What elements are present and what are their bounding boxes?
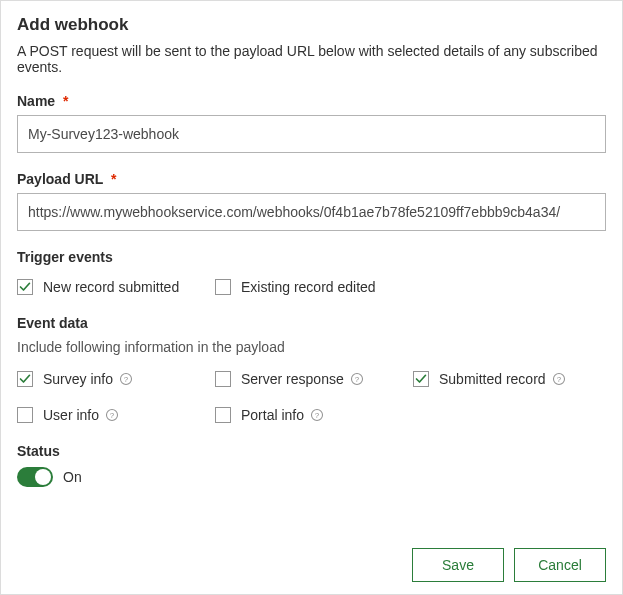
svg-text:?: ? xyxy=(556,375,561,384)
checkbox-label: Survey info xyxy=(43,371,113,387)
checkbox-portal-info[interactable]: Portal info ? xyxy=(215,401,413,429)
checkbox-server-response[interactable]: Server response ? xyxy=(215,365,413,393)
svg-text:?: ? xyxy=(355,375,360,384)
name-label: Name * xyxy=(17,93,606,109)
help-icon[interactable]: ? xyxy=(552,372,566,386)
checkbox-icon xyxy=(17,407,33,423)
payload-url-label-text: Payload URL xyxy=(17,171,103,187)
checkbox-icon xyxy=(215,407,231,423)
page-title: Add webhook xyxy=(17,15,606,35)
help-icon[interactable]: ? xyxy=(119,372,133,386)
trigger-events-label: Trigger events xyxy=(17,249,606,265)
status-toggle[interactable] xyxy=(17,467,53,487)
payload-url-label: Payload URL * xyxy=(17,171,606,187)
svg-text:?: ? xyxy=(315,411,320,420)
checkbox-submitted-record[interactable]: Submitted record ? xyxy=(413,365,611,393)
checkbox-label: New record submitted xyxy=(43,279,179,295)
checkbox-label: Submitted record xyxy=(439,371,546,387)
checkbox-existing-record-edited[interactable]: Existing record edited xyxy=(215,273,413,301)
status-toggle-row: On xyxy=(17,467,606,487)
page-description: A POST request will be sent to the paylo… xyxy=(17,43,606,75)
help-icon[interactable]: ? xyxy=(310,408,324,422)
required-marker: * xyxy=(63,93,68,109)
cancel-button[interactable]: Cancel xyxy=(514,548,606,582)
checkbox-icon xyxy=(215,279,231,295)
help-icon[interactable]: ? xyxy=(105,408,119,422)
checkbox-label: Existing record edited xyxy=(241,279,376,295)
name-label-text: Name xyxy=(17,93,55,109)
status-value: On xyxy=(63,469,82,485)
status-label: Status xyxy=(17,443,606,459)
footer-buttons: Save Cancel xyxy=(412,548,606,582)
checkbox-label: Server response xyxy=(241,371,344,387)
event-data-row-1: Survey info ? Server response ? Submitte… xyxy=(17,365,606,393)
help-icon[interactable]: ? xyxy=(350,372,364,386)
checkbox-user-info[interactable]: User info ? xyxy=(17,401,215,429)
checkbox-icon xyxy=(17,279,33,295)
checkbox-icon xyxy=(413,371,429,387)
checkbox-label: User info xyxy=(43,407,99,423)
toggle-knob xyxy=(35,469,51,485)
event-data-label: Event data xyxy=(17,315,606,331)
svg-text:?: ? xyxy=(124,375,129,384)
checkbox-label: Portal info xyxy=(241,407,304,423)
svg-text:?: ? xyxy=(110,411,115,420)
add-webhook-panel: Add webhook A POST request will be sent … xyxy=(0,0,623,595)
save-button[interactable]: Save xyxy=(412,548,504,582)
event-data-description: Include following information in the pay… xyxy=(17,339,606,355)
event-data-row-2: User info ? Portal info ? xyxy=(17,401,606,429)
required-marker: * xyxy=(111,171,116,187)
name-input[interactable] xyxy=(17,115,606,153)
checkbox-survey-info[interactable]: Survey info ? xyxy=(17,365,215,393)
trigger-events-row: New record submitted Existing record edi… xyxy=(17,273,606,301)
checkbox-new-record-submitted[interactable]: New record submitted xyxy=(17,273,215,301)
checkbox-icon xyxy=(215,371,231,387)
payload-url-input[interactable] xyxy=(17,193,606,231)
checkbox-icon xyxy=(17,371,33,387)
